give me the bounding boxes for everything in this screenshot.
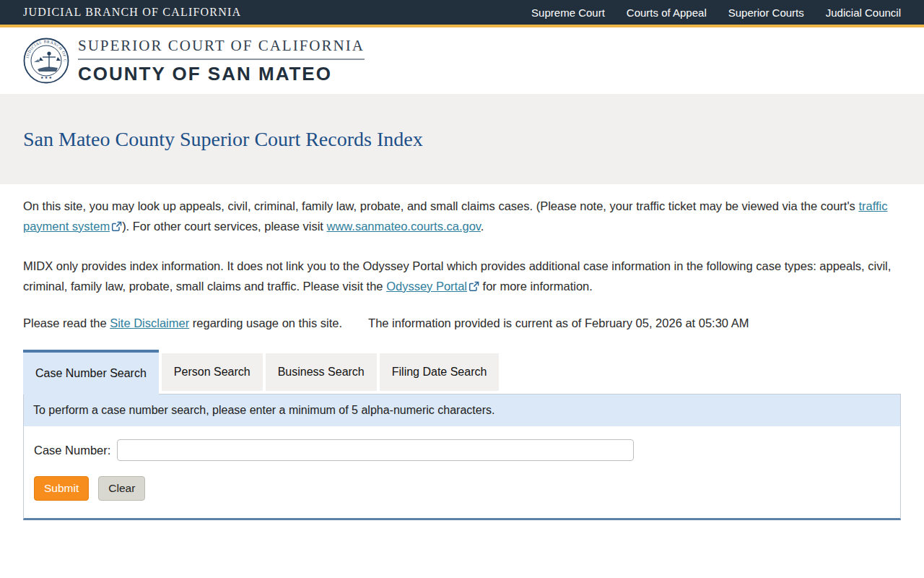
tab-business-search[interactable]: Business Search bbox=[266, 353, 377, 391]
current-as-of-text: The information provided is current as o… bbox=[368, 316, 749, 329]
intro-p1-end: . bbox=[481, 220, 484, 233]
disclaimer-text-before: Please read the bbox=[23, 316, 110, 329]
disclaimer-row: Please read the Site Disclaimer regardin… bbox=[23, 296, 901, 330]
nav-link-courts-of-appeal[interactable]: Courts of Appeal bbox=[627, 7, 707, 19]
intro-paragraph-2: MIDX only provides index information. It… bbox=[23, 236, 901, 296]
external-link-icon bbox=[111, 218, 122, 229]
nav-link-supreme-court[interactable]: Supreme Court bbox=[531, 7, 605, 19]
svg-text:★ ★ ★: ★ ★ ★ bbox=[40, 75, 53, 79]
odyssey-portal-link[interactable]: Odyssey Portal bbox=[386, 280, 467, 293]
search-instruction: To perform a case number search, please … bbox=[24, 394, 900, 426]
intro-p1-text: On this site, you may look up appeals, c… bbox=[23, 199, 858, 212]
search-tabs: Case Number Search Person Search Busines… bbox=[23, 349, 901, 394]
case-number-form: Case Number: Submit Clear bbox=[24, 426, 900, 518]
court-seal-icon: JUDICIAL BRANCH OF CALIFORNIA ★ ★ ★ bbox=[23, 38, 69, 84]
page-title: San Mateo County Superior Court Records … bbox=[23, 128, 423, 151]
county-line: COUNTY OF SAN MATEO bbox=[78, 63, 365, 85]
case-number-input[interactable] bbox=[117, 439, 634, 461]
intro-p1-mid-text: ). For other court services, please visi… bbox=[122, 220, 326, 233]
external-link-icon bbox=[468, 278, 479, 289]
submit-button[interactable]: Submit bbox=[34, 476, 89, 501]
top-utility-bar: JUDICIAL BRANCH OF CALIFORNIA Supreme Co… bbox=[0, 0, 924, 25]
court-lockup: SUPERIOR COURT OF CALIFORNIA COUNTY OF S… bbox=[78, 37, 365, 85]
sanmateo-courts-link[interactable]: www.sanmateo.courts.ca.gov bbox=[326, 220, 480, 233]
clear-button[interactable]: Clear bbox=[98, 476, 145, 501]
intro-paragraph-1: On this site, you may look up appeals, c… bbox=[23, 184, 901, 236]
top-nav: Supreme Court Courts of Appeal Superior … bbox=[531, 7, 901, 19]
nav-link-superior-courts[interactable]: Superior Courts bbox=[728, 7, 804, 19]
intro-p2-after-text: for more information. bbox=[479, 280, 593, 293]
title-band: San Mateo County Superior Court Records … bbox=[0, 94, 924, 184]
intro-content: On this site, you may look up appeals, c… bbox=[0, 184, 924, 330]
superior-court-line: SUPERIOR COURT OF CALIFORNIA bbox=[78, 37, 365, 60]
tab-person-search[interactable]: Person Search bbox=[162, 353, 263, 391]
site-disclaimer-link[interactable]: Site Disclaimer bbox=[110, 316, 189, 329]
site-header: JUDICIAL BRANCH OF CALIFORNIA ★ ★ ★ SUPE… bbox=[0, 27, 924, 94]
nav-link-judicial-council[interactable]: Judicial Council bbox=[826, 7, 901, 19]
case-number-search-panel: To perform a case number search, please … bbox=[23, 394, 901, 520]
judicial-branch-brand: JUDICIAL BRANCH OF CALIFORNIA bbox=[23, 6, 241, 19]
case-number-label: Case Number: bbox=[34, 444, 110, 457]
tab-filing-date-search[interactable]: Filing Date Search bbox=[380, 353, 500, 391]
disclaimer-text-after: regarding usage on this site. bbox=[189, 316, 342, 329]
tab-case-number-search[interactable]: Case Number Search bbox=[23, 350, 159, 394]
